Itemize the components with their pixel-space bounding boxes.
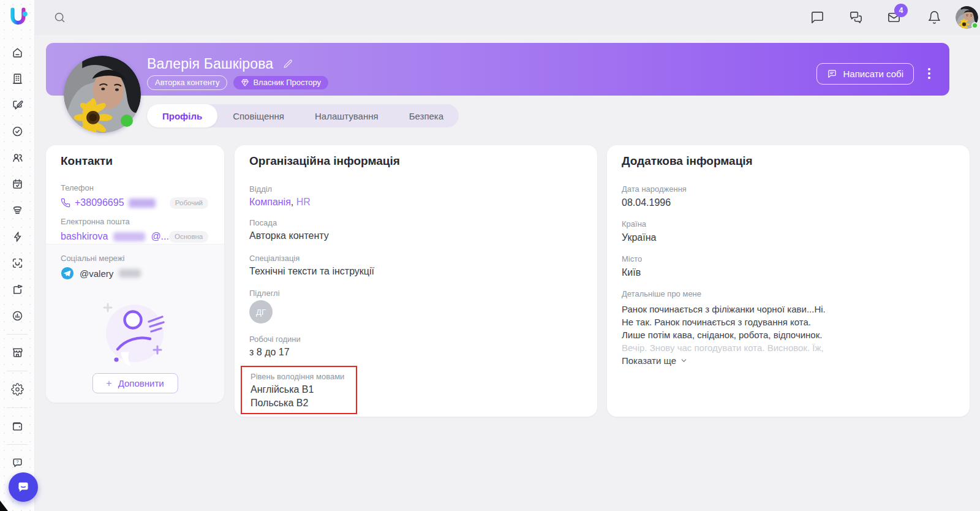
sidebar: ?: [0, 0, 35, 511]
messenger-chat-icon: [15, 479, 31, 495]
sidebar-item-people[interactable]: [0, 145, 34, 171]
country-label: Країна: [622, 219, 646, 229]
email-type-badge: Основна: [169, 231, 208, 243]
sidebar-item-share[interactable]: [0, 276, 34, 303]
chat-icon[interactable]: [810, 10, 824, 25]
about-line: Не так. Ранок починається з годування ко…: [622, 317, 811, 329]
show-more-toggle[interactable]: Показати ще: [622, 355, 688, 366]
home-icon: [11, 46, 24, 59]
notifications-bell-icon[interactable]: [927, 10, 941, 25]
sidebar-item-help[interactable]: ?: [0, 450, 34, 476]
department-label: Відділ: [249, 184, 272, 194]
profile-banner: Валерія Башкірова Авторка контенту Власн…: [46, 43, 949, 96]
position-label: Посада: [249, 218, 277, 227]
people-icon: [11, 151, 24, 164]
position-value: Авторка контенту: [249, 230, 329, 241]
department-separator: ,: [291, 197, 296, 207]
sidebar-nav: ?: [0, 39, 34, 476]
specialization-label: Спеціалізація: [249, 254, 300, 263]
profile-name-text: Валерія Башкірова: [147, 56, 273, 72]
calendar-check-icon: [11, 178, 24, 191]
department-value: Компанія, HR: [249, 197, 311, 208]
chevron-down-icon: [680, 357, 688, 365]
telegram-icon: [61, 267, 74, 280]
gear-icon: [11, 383, 24, 396]
role-badge: Авторка контенту: [147, 75, 227, 90]
post-pen-icon: [11, 99, 24, 112]
sidebar-divider: [7, 371, 28, 371]
sidebar-item-wallet[interactable]: [0, 413, 34, 439]
sidebar-item-company[interactable]: [0, 66, 34, 92]
phone-link[interactable]: +38096695: [61, 197, 156, 208]
edit-name-icon[interactable]: [283, 56, 293, 67]
social-label: Соціальні мережі: [61, 254, 124, 263]
lightning-icon: [11, 230, 24, 243]
search-icon[interactable]: [53, 11, 66, 24]
birth-value: 08.04.1996: [622, 197, 671, 208]
group-chat-icon[interactable]: [849, 10, 863, 25]
help-bubble-icon: ?: [11, 456, 24, 469]
tab-profile[interactable]: Профіль: [147, 104, 217, 127]
mail-icon[interactable]: 4: [887, 10, 901, 25]
languages-label: Рівень володіння мовами: [251, 372, 344, 381]
write-to-self-button[interactable]: Написати собі: [816, 63, 914, 85]
email-row: bashkirova @... Основна: [61, 229, 208, 244]
sidebar-item-analytics[interactable]: [0, 303, 34, 329]
phone-icon: [61, 198, 70, 208]
chat-lines-icon: [827, 69, 837, 79]
city-value: Київ: [622, 267, 641, 278]
department-link-hr[interactable]: HR: [296, 197, 311, 207]
extra-title: Додаткова інформація: [622, 154, 753, 168]
svg-text:?: ?: [16, 459, 19, 464]
sidebar-item-home[interactable]: [0, 39, 34, 66]
subordinates-label: Підлеглі: [249, 289, 280, 298]
about-line: Лише потім кава, сніданок, робота, відпо…: [622, 330, 822, 342]
flag-share-icon: [11, 283, 24, 296]
profile-name: Валерія Башкірова: [147, 56, 293, 72]
city-label: Місто: [622, 254, 642, 263]
add-contact-button[interactable]: + Доповнити: [92, 373, 178, 393]
app-logo-icon[interactable]: [7, 7, 28, 28]
sidebar-item-marketplace[interactable]: [0, 339, 34, 366]
profile-tabs: Профіль Сповіщення Налаштування Безпека: [147, 104, 459, 127]
sidebar-item-tasks[interactable]: [0, 118, 34, 145]
email-link[interactable]: bashkirova @...: [61, 231, 169, 242]
sidebar-item-calendar[interactable]: [0, 171, 34, 197]
sidebar-item-automation[interactable]: [0, 224, 34, 250]
sidebar-item-layers[interactable]: [0, 197, 34, 224]
mail-unread-badge: 4: [894, 4, 908, 17]
sidebar-divider: [7, 407, 28, 408]
write-to-self-label: Написати собі: [843, 69, 903, 79]
messenger-widget-button[interactable]: [9, 472, 38, 502]
department-link-company[interactable]: Компанія: [249, 197, 291, 207]
languages-annotation-box: Рівень володіння мовами Англійська B1 По…: [241, 366, 357, 414]
check-circle-icon: [11, 125, 24, 138]
telegram-redacted: [119, 269, 141, 278]
email-redacted: [113, 232, 145, 241]
org-title: Організаційна інформація: [249, 154, 400, 168]
stack-icon: [11, 204, 24, 217]
sidebar-item-posts[interactable]: [0, 92, 34, 118]
subordinate-avatar[interactable]: ДГ: [249, 300, 273, 324]
topbar: 4: [35, 0, 980, 35]
wallet-icon: [11, 420, 24, 433]
phone-value: +38096695: [75, 197, 124, 208]
email-value: bashkirova: [61, 231, 108, 242]
show-more-label: Показати ще: [622, 355, 676, 366]
tab-notifications[interactable]: Сповіщення: [217, 104, 300, 127]
tab-security[interactable]: Безпека: [394, 104, 459, 127]
sidebar-divider: [7, 444, 28, 445]
language-polish: Польська B2: [251, 398, 308, 409]
sidebar-item-settings[interactable]: [0, 376, 34, 403]
app-window: ? 4 Валерія Башкіров: [0, 0, 980, 511]
storefront-icon: [11, 346, 24, 359]
about-line: Ранок починається з філіжанки чорної кав…: [622, 304, 826, 316]
kebab-menu-icon[interactable]: [925, 65, 933, 82]
tab-settings[interactable]: Налаштування: [300, 104, 394, 127]
contacts-title: Контакти: [61, 154, 113, 168]
sidebar-item-face-id[interactable]: [0, 250, 34, 276]
gem-icon: [241, 78, 249, 87]
telegram-link[interactable]: @valery: [61, 267, 141, 280]
country-value: Україна: [622, 232, 656, 243]
email-suffix: @...: [151, 231, 169, 242]
